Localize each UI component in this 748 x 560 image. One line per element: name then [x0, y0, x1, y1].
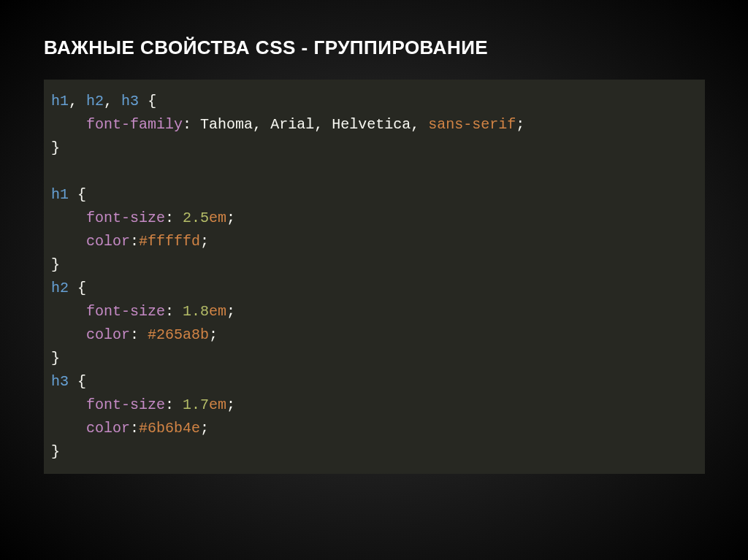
- selector-h3: h3: [121, 93, 139, 110]
- prop-color: color: [86, 326, 130, 343]
- semicolon: ;: [200, 233, 209, 250]
- prop-font-size: font-size: [86, 303, 165, 320]
- css-code-block: h1, h2, h3 { font-family: Tahoma, Arial,…: [44, 80, 705, 474]
- value-tahoma: Tahoma: [200, 116, 253, 133]
- prop-font-size: font-size: [86, 396, 165, 413]
- semicolon: ;: [516, 116, 524, 133]
- colon: :: [165, 396, 174, 413]
- comma: ,: [314, 116, 323, 133]
- value-helvetica: Helvetica: [332, 116, 411, 133]
- colon: :: [165, 303, 174, 320]
- value-sans-serif: sans-serif: [428, 116, 516, 133]
- brace-open: {: [148, 93, 156, 110]
- selector-h1: h1: [51, 93, 69, 110]
- value-unit-em: em: [209, 210, 226, 226]
- value-hex-fffffd: #fffffd: [139, 233, 200, 250]
- brace-open: {: [77, 373, 86, 390]
- comma: ,: [69, 93, 77, 110]
- value-unit-em: em: [209, 303, 226, 320]
- semicolon: ;: [226, 396, 235, 413]
- value-number: 1.8: [183, 303, 209, 320]
- selector-h1: h1: [51, 186, 69, 203]
- semicolon: ;: [226, 210, 235, 226]
- value-number: 1.7: [183, 396, 209, 413]
- prop-font-size: font-size: [86, 210, 165, 226]
- prop-color: color: [86, 233, 130, 250]
- brace-close: }: [51, 139, 60, 156]
- value-arial: Arial: [270, 116, 314, 133]
- value-number: 2.5: [183, 210, 209, 226]
- brace-open: {: [77, 280, 86, 296]
- value-unit-em: em: [209, 396, 226, 413]
- comma: ,: [253, 116, 262, 133]
- semicolon: ;: [209, 326, 218, 343]
- brace-open: {: [77, 186, 86, 203]
- comma: ,: [104, 93, 112, 110]
- selector-h2: h2: [51, 280, 69, 296]
- value-hex-6b6b4e: #6b6b4e: [139, 420, 200, 437]
- prop-font-family: font-family: [86, 116, 183, 133]
- colon: :: [183, 116, 191, 133]
- semicolon: ;: [200, 420, 209, 437]
- colon: :: [165, 210, 174, 226]
- colon: :: [130, 420, 139, 437]
- colon: :: [130, 233, 139, 250]
- brace-close: }: [51, 350, 60, 367]
- selector-h3: h3: [51, 373, 69, 390]
- value-hex-265a8b: #265a8b: [148, 326, 209, 343]
- brace-close: }: [51, 256, 60, 273]
- brace-close: }: [51, 443, 60, 460]
- semicolon: ;: [226, 303, 235, 320]
- colon: :: [130, 326, 139, 343]
- prop-color: color: [86, 420, 130, 437]
- slide-title: ВАЖНЫЕ СВОЙСТВА CSS - ГРУППИРОВАНИЕ: [44, 37, 704, 59]
- selector-h2: h2: [86, 93, 104, 110]
- comma: ,: [411, 116, 419, 133]
